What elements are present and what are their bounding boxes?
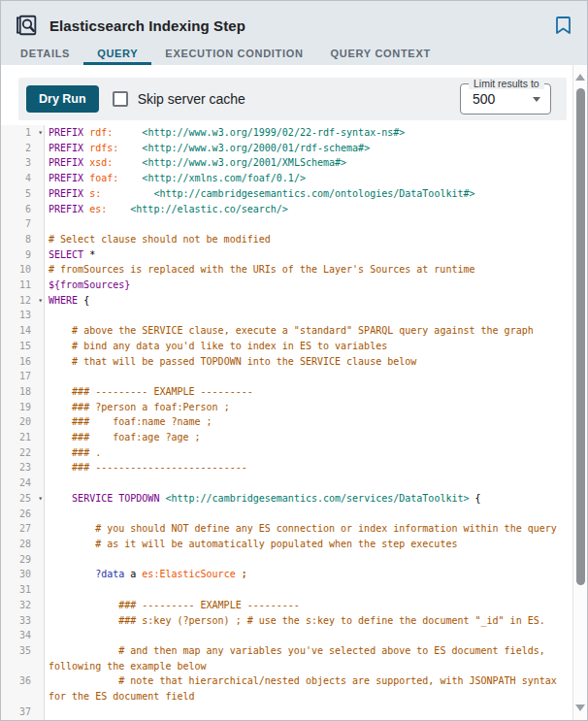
code-text[interactable]: ### --------- EXAMPLE ---------: [45, 384, 572, 400]
code-line: 33 ### s:key (?person) ; # use the s:key…: [1, 613, 572, 629]
fold-arrow-icon[interactable]: ▾: [38, 293, 43, 309]
code-text[interactable]: # and then map any variables you've sele…: [45, 643, 572, 673]
title-row: Elasticsearch Indexing Step: [1, 1, 587, 42]
code-line: 22 ### .: [1, 445, 572, 461]
code-text[interactable]: PREFIX rdfs: <http://www.w3.org/2000/01/…: [45, 141, 572, 156]
code-text[interactable]: # bind any data you'd like to index in E…: [45, 339, 572, 354]
line-number: 25▾: [1, 491, 45, 507]
query-editor[interactable]: 1▾PREFIX rdf: <http://www.w3.org/1999/02…: [1, 125, 572, 720]
code-line: 25▾ SERVICE TOPDOWN <http://cambridgesem…: [1, 491, 572, 507]
page-title: Elasticsearch Indexing Step: [49, 17, 245, 34]
dry-run-button[interactable]: Dry Run: [26, 85, 99, 113]
code-line: 13: [1, 308, 572, 323]
scroll-down-arrow-icon[interactable]: [575, 705, 585, 711]
code-text[interactable]: [45, 582, 572, 598]
code-text[interactable]: # fromSources is replaced with the URIs …: [45, 262, 572, 278]
code-text[interactable]: WHERE {: [45, 293, 572, 309]
fold-arrow-icon[interactable]: ▾: [38, 125, 43, 141]
code-line: 35 # and then map any variables you've s…: [1, 643, 572, 673]
dialog-header: Elasticsearch Indexing Step DETAILSQUERY…: [1, 1, 587, 65]
code-text[interactable]: ### .: [45, 445, 572, 461]
code-text[interactable]: ### s:key (?person) ; # use the s:key to…: [45, 613, 572, 629]
code-line: 9SELECT *: [1, 247, 572, 263]
code-line: 5PREFIX s: <http://cambridgesemantics.co…: [1, 186, 572, 202]
tab-query[interactable]: QUERY: [83, 42, 151, 65]
code-text[interactable]: [45, 369, 572, 384]
code-text[interactable]: # Select clause should not be modified: [45, 232, 572, 247]
code-line: 34: [1, 628, 572, 643]
line-number: 12▾: [1, 293, 45, 309]
code-text[interactable]: PREFIX foaf: <http://xmlns.com/foaf/0.1/…: [45, 171, 572, 186]
line-number: 32: [1, 598, 45, 613]
search-document-icon: [15, 13, 40, 38]
code-line: 2PREFIX rdfs: <http://www.w3.org/2000/01…: [1, 141, 572, 156]
code-text[interactable]: SERVICE TOPDOWN <http://cambridgesemanti…: [45, 491, 572, 507]
limit-results-select[interactable]: Limit results to 500: [460, 83, 551, 115]
line-number: 6: [1, 202, 45, 217]
query-toolbar: Dry Run Skip server cache Limit results …: [18, 78, 567, 120]
code-text[interactable]: ### foaf:name ?name ;: [45, 414, 572, 430]
tab-execution-condition[interactable]: EXECUTION CONDITION: [151, 42, 316, 65]
line-number: 19: [1, 400, 45, 415]
code-line: 15 # bind any data you'd like to index i…: [1, 339, 572, 354]
bookmark-icon[interactable]: [553, 14, 573, 37]
code-text[interactable]: [45, 628, 572, 643]
line-number: 13: [1, 308, 45, 323]
code-line: 3PREFIX xsd: <http://www.w3.org/2001/XML…: [1, 155, 572, 171]
skip-server-cache-label[interactable]: Skip server cache: [138, 91, 245, 107]
code-line: 18 ### --------- EXAMPLE ---------: [1, 384, 572, 400]
line-number: 27: [1, 521, 45, 537]
code-text[interactable]: [45, 705, 572, 720]
code-text[interactable]: [45, 507, 572, 522]
code-text[interactable]: [45, 308, 572, 323]
line-number: 34: [1, 628, 45, 643]
line-number: 3: [1, 155, 45, 171]
code-text[interactable]: [45, 475, 572, 491]
limit-results-label: Limit results to: [469, 78, 544, 89]
code-text[interactable]: ?data a es:ElasticSource ;: [45, 567, 572, 582]
code-text[interactable]: PREFIX rdf: <http://www.w3.org/1999/02/2…: [45, 125, 572, 141]
code-text[interactable]: ### --------------------------: [45, 460, 572, 475]
code-line: 37: [1, 705, 572, 720]
code-text[interactable]: ### ?person a foaf:Person ;: [45, 400, 572, 415]
line-number: 17: [1, 369, 45, 384]
code-text[interactable]: [45, 216, 572, 232]
line-number: 15: [1, 339, 45, 354]
code-text[interactable]: ### foaf:age ?age ;: [45, 430, 572, 445]
code-text[interactable]: [45, 552, 572, 568]
elasticsearch-indexing-step-dialog: Elasticsearch Indexing Step DETAILSQUERY…: [0, 0, 588, 721]
code-text[interactable]: # that will be passed TOPDOWN into the S…: [45, 354, 572, 370]
code-line: 24: [1, 475, 572, 491]
code-text[interactable]: PREFIX xsd: <http://www.w3.org/2001/XMLS…: [45, 155, 572, 171]
skip-server-cache-checkbox[interactable]: [113, 91, 128, 107]
code-text[interactable]: ${fromSources}: [45, 278, 572, 293]
code-text[interactable]: # you should NOT define any ES connectio…: [45, 521, 572, 537]
code-line: 23 ### --------------------------: [1, 460, 572, 475]
code-line: 8# Select clause should not be modified: [1, 232, 572, 247]
code-text[interactable]: # note that hierarchical/nested objects …: [45, 673, 572, 704]
code-text[interactable]: PREFIX s: <http://cambridgesemantics.com…: [45, 186, 572, 202]
tab-query-context[interactable]: QUERY CONTEXT: [317, 42, 444, 65]
code-text[interactable]: # above the SERVICE clause, execute a "s…: [45, 323, 572, 339]
line-number: 35: [1, 643, 45, 673]
code-text[interactable]: ### --------- EXAMPLE ---------: [45, 598, 572, 613]
fold-arrow-icon[interactable]: ▾: [38, 491, 43, 507]
vertical-scrollbar[interactable]: [572, 65, 587, 720]
code-line: 16 # that will be passed TOPDOWN into th…: [1, 354, 572, 370]
code-text[interactable]: # as it will be automatically populated …: [45, 537, 572, 552]
line-number: 2: [1, 141, 45, 156]
line-number: 4: [1, 171, 45, 186]
code-line: 10# fromSources is replaced with the URI…: [1, 262, 572, 278]
line-number: 36: [1, 673, 45, 704]
tab-details[interactable]: DETAILS: [7, 42, 83, 65]
scroll-up-arrow-icon[interactable]: [575, 74, 585, 81]
line-number: 8: [1, 232, 45, 247]
line-number: 37: [1, 705, 45, 720]
code-line: 14 # above the SERVICE clause, execute a…: [1, 323, 572, 339]
code-text[interactable]: SELECT *: [45, 247, 572, 263]
code-text[interactable]: PREFIX es: <http://elastic.co/search/>: [45, 202, 572, 217]
line-number: 26: [1, 507, 45, 522]
line-number: 24: [1, 475, 45, 491]
scrollbar-thumb[interactable]: [576, 88, 585, 585]
code-line: 27 # you should NOT define any ES connec…: [1, 521, 572, 537]
